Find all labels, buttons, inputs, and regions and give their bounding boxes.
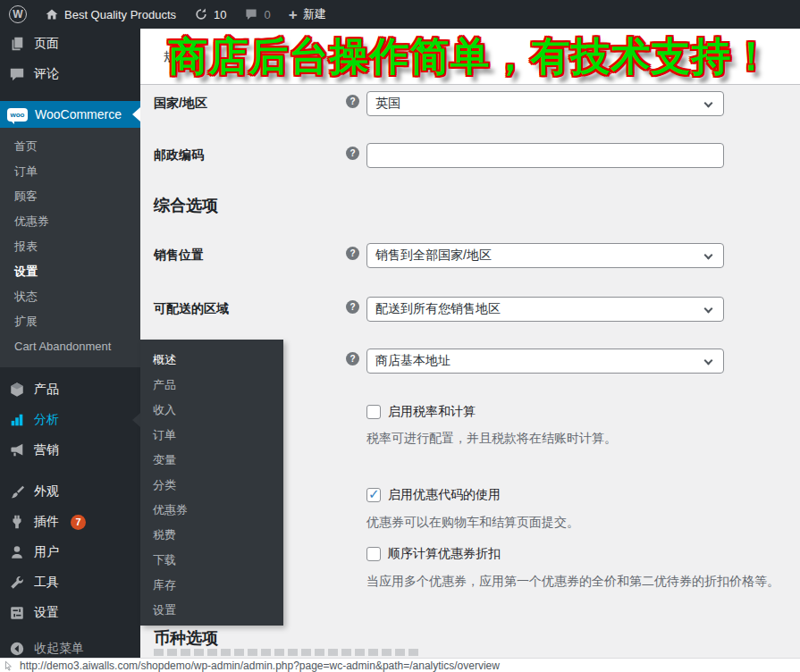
submenu-item-customers[interactable]: 顾客 <box>0 184 140 209</box>
flyout-item-revenue[interactable]: 收入 <box>140 398 283 423</box>
comments-indicator[interactable]: 0 <box>235 0 279 29</box>
shipping-location-select[interactable]: 配送到所有您销售地区 <box>366 297 724 322</box>
flyout-item-orders[interactable]: 订单 <box>140 423 283 448</box>
sidebar-item-products[interactable]: 产品 <box>0 374 140 405</box>
sidebar-item-marketing[interactable]: 营销 <box>0 435 140 466</box>
sidebar-item-label: WooCommerce <box>35 107 122 122</box>
collapse-arrow-icon <box>8 640 26 658</box>
sidebar-item-users[interactable]: 用户 <box>0 537 140 567</box>
site-link[interactable]: Best Quality Products <box>36 0 185 29</box>
new-label: 新建 <box>303 6 326 22</box>
sidebar-item-label: 插件 <box>34 514 59 530</box>
wrench-icon <box>8 574 26 592</box>
flyout-item-variations[interactable]: 变量 <box>140 448 283 473</box>
enable-taxes-description: 税率可进行配置，并且税款将在结账时计算。 <box>366 431 617 447</box>
flyout-item-stock[interactable]: 库存 <box>140 573 283 598</box>
flyout-item-categories[interactable]: 分类 <box>140 473 283 498</box>
clipped-text-sliver <box>154 649 422 656</box>
megaphone-icon <box>8 441 26 459</box>
woocommerce-submenu: 首页 订单 顾客 优惠券 报表 设置 状态 扩展 Cart Abandonmen… <box>0 128 140 367</box>
sidebar-item-label: 设置 <box>34 605 59 621</box>
sidebar-item-comments[interactable]: 评论 <box>0 59 140 89</box>
enable-taxes-row: ✓ 启用税率和计算 <box>366 404 476 420</box>
sidebar-item-appearance[interactable]: 外观 <box>0 476 140 507</box>
flyout-arrow <box>132 413 140 427</box>
submenu-item-reports[interactable]: 报表 <box>0 234 140 259</box>
default-customer-location-select-value: 商店基本地址 <box>375 353 451 369</box>
flyout-item-taxes[interactable]: 税费 <box>140 523 283 548</box>
promo-banner: 规 商店后台操作简单，有技术支持！ <box>140 29 800 85</box>
help-icon[interactable]: ? <box>346 352 359 365</box>
user-icon <box>8 543 26 561</box>
submenu-item-status[interactable]: 状态 <box>0 284 140 309</box>
browser-status-bar: http://demo3.aiwalls.com/shopdemo/wp-adm… <box>0 658 800 672</box>
sidebar-item-label: 分析 <box>34 412 59 428</box>
comments-count: 0 <box>264 8 270 21</box>
bar-chart-icon <box>8 411 26 429</box>
submenu-item-coupons[interactable]: 优惠券 <box>0 209 140 234</box>
flyout-item-overview[interactable]: 概述 <box>140 348 283 373</box>
site-name: Best Quality Products <box>64 8 176 21</box>
postcode-label: 邮政编码 <box>154 147 204 164</box>
country-label: 国家/地区 <box>154 96 207 112</box>
sidebar-item-plugins[interactable]: 插件 7 <box>0 507 140 537</box>
selling-location-select[interactable]: 销售到全部国家/地区 <box>366 243 724 268</box>
home-icon <box>45 7 59 21</box>
check-icon: ✓ <box>368 486 380 502</box>
sidebar-item-label: 营销 <box>34 442 59 458</box>
sequential-coupons-checkbox[interactable]: ✓ <box>366 547 381 561</box>
submenu-item-settings-current[interactable]: 设置 <box>0 259 140 284</box>
chevron-down-icon <box>704 305 713 314</box>
flyout-item-coupons[interactable]: 优惠券 <box>140 498 283 523</box>
woocommerce-icon: woo <box>7 108 28 122</box>
submenu-item-orders[interactable]: 订单 <box>0 159 140 184</box>
plugins-update-badge: 7 <box>71 515 86 530</box>
postcode-input[interactable] <box>366 143 724 168</box>
cube-icon <box>8 381 26 399</box>
updates-indicator[interactable]: 10 <box>185 0 235 29</box>
chevron-down-icon <box>704 99 713 108</box>
pages-icon <box>8 35 26 53</box>
current-menu-arrow <box>132 107 140 122</box>
flyout-item-products[interactable]: 产品 <box>140 373 283 398</box>
submenu-item-extensions[interactable]: 扩展 <box>0 309 140 334</box>
sidebar: 页面 评论 woo WooCommerce 首页 订单 顾客 优惠券 报表 设置… <box>0 29 140 658</box>
sidebar-item-label: 收起菜单 <box>34 641 84 657</box>
chevron-down-icon <box>704 251 713 260</box>
help-icon[interactable]: ? <box>346 247 359 260</box>
shipping-location-label: 可配送的区域 <box>154 301 229 317</box>
sidebar-item-pages[interactable]: 页面 <box>0 29 140 59</box>
new-content-button[interactable]: + 新建 <box>280 0 335 29</box>
sidebar-item-label: 工具 <box>34 575 59 591</box>
sequential-coupons-label: 顺序计算优惠券折扣 <box>388 546 501 562</box>
comments-icon <box>8 65 26 83</box>
submenu-item-home[interactable]: 首页 <box>0 134 140 159</box>
shipping-location-select-value: 配送到所有您销售地区 <box>375 301 501 317</box>
settings-sliders-icon <box>8 604 26 622</box>
flyout-item-downloads[interactable]: 下载 <box>140 548 283 573</box>
sidebar-item-tools[interactable]: 工具 <box>0 567 140 598</box>
sidebar-item-settings[interactable]: 设置 <box>0 598 140 628</box>
brush-icon <box>8 483 26 500</box>
sidebar-item-analytics[interactable]: 分析 <box>0 405 140 435</box>
country-select[interactable]: 英国 <box>366 91 724 116</box>
analytics-flyout-menu: 概述 产品 收入 订单 变量 分类 优惠券 税费 下载 库存 设置 <box>140 340 283 626</box>
sequential-coupons-row: ✓ 顺序计算优惠券折扣 <box>366 546 501 562</box>
comment-icon <box>244 7 258 21</box>
enable-taxes-checkbox[interactable]: ✓ <box>366 405 381 419</box>
enable-coupons-row: ✓ 启用优惠代码的使用 <box>366 487 501 503</box>
help-icon[interactable]: ? <box>346 147 359 160</box>
sidebar-item-woocommerce[interactable]: woo WooCommerce <box>0 101 140 128</box>
promo-banner-text: 商店后台操作简单，有技术支持！ <box>140 29 800 84</box>
enable-coupons-checkbox[interactable]: ✓ <box>366 488 381 502</box>
help-icon[interactable]: ? <box>346 300 359 314</box>
wordpress-menu[interactable]: W <box>0 0 36 29</box>
sidebar-item-label: 用户 <box>34 544 59 560</box>
updates-count: 10 <box>214 8 226 21</box>
help-icon[interactable]: ? <box>346 95 359 108</box>
admin-bar: W Best Quality Products 10 0 + 新建 <box>0 0 800 29</box>
default-customer-location-select[interactable]: 商店基本地址 <box>366 349 724 374</box>
submenu-item-cart-abandonment[interactable]: Cart Abandonment <box>0 334 140 359</box>
flyout-item-settings[interactable]: 设置 <box>140 598 283 623</box>
currency-options-heading: 币种选项 <box>154 627 218 649</box>
